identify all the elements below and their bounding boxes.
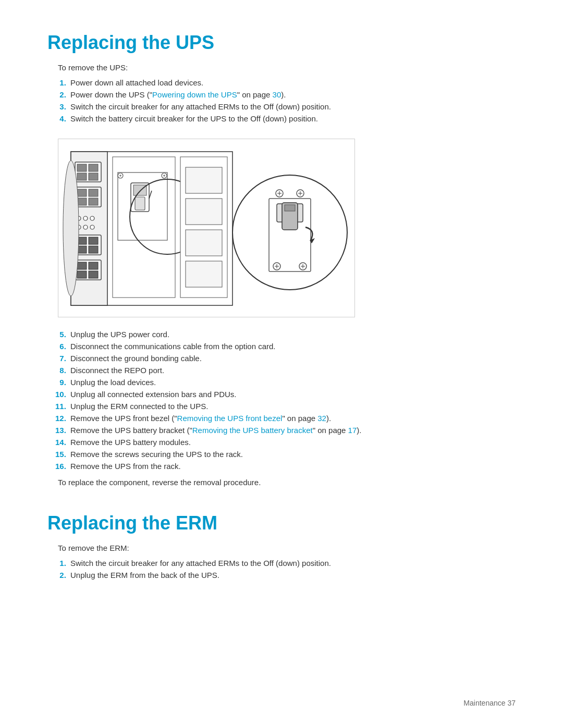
step-13: Remove the UPS battery bracket ("Removin… xyxy=(68,426,516,435)
ups-diagram-container xyxy=(58,139,355,317)
step-5: Unplug the UPS power cord. xyxy=(68,330,516,339)
svg-point-15 xyxy=(90,216,94,220)
link-page-32[interactable]: 32 xyxy=(317,414,326,423)
svg-rect-9 xyxy=(77,189,87,196)
step-15: Remove the screws securing the UPS to th… xyxy=(68,450,516,459)
step-3: Switch the circuit breaker for any attac… xyxy=(68,102,516,111)
link-page-17[interactable]: 17 xyxy=(348,426,357,435)
step-11: Unplug the ERM connected to the UPS. xyxy=(68,402,516,411)
step-1: Power down all attached load devices. xyxy=(68,78,516,87)
svg-rect-57 xyxy=(285,205,295,211)
svg-rect-5 xyxy=(89,164,98,171)
link-page-30[interactable]: 30 xyxy=(273,90,282,99)
page-footer: Maintenance 37 xyxy=(463,699,516,707)
step-8: Disconnect the REPO port. xyxy=(68,366,516,375)
step-12: Remove the UPS front bezel ("Removing th… xyxy=(68,414,516,423)
step-14: Remove the UPS battery modules. xyxy=(68,438,516,447)
erm-step-2: Unplug the ERM from the back of the UPS. xyxy=(68,571,516,579)
svg-rect-26 xyxy=(89,262,98,269)
svg-point-18 xyxy=(90,225,94,229)
svg-rect-10 xyxy=(89,189,98,196)
svg-rect-43 xyxy=(186,167,222,193)
link-powering-down[interactable]: Powering down the UPS xyxy=(152,90,237,99)
svg-rect-27 xyxy=(77,271,87,278)
svg-rect-7 xyxy=(89,173,98,180)
step-4: Switch the battery circuit breaker for t… xyxy=(68,114,516,123)
svg-rect-4 xyxy=(77,164,87,171)
section2-title: Replacing the ERM xyxy=(47,512,516,534)
step-6: Disconnect the communications cable from… xyxy=(68,342,516,351)
ups-diagram xyxy=(60,141,352,313)
step-2: Power down the UPS ("Powering down the U… xyxy=(68,90,516,99)
svg-rect-23 xyxy=(89,246,98,253)
step-10: Unplug all connected extension bars and … xyxy=(68,390,516,399)
erm-step-1: Switch the circuit breaker for any attac… xyxy=(68,559,516,567)
svg-rect-11 xyxy=(77,198,87,205)
svg-point-17 xyxy=(83,225,88,229)
svg-rect-44 xyxy=(186,199,222,225)
svg-rect-21 xyxy=(89,237,98,244)
footer-text: Maintenance 37 xyxy=(463,699,516,707)
svg-point-14 xyxy=(83,216,88,220)
step-16: Remove the UPS from the rack. xyxy=(68,462,516,471)
svg-rect-6 xyxy=(77,173,87,180)
section1-intro: To remove the UPS: xyxy=(58,63,516,72)
svg-rect-12 xyxy=(89,198,98,205)
svg-rect-25 xyxy=(77,262,87,269)
svg-rect-45 xyxy=(186,230,222,256)
section2-intro: To remove the ERM: xyxy=(58,544,516,552)
link-removing-battery-bracket[interactable]: Removing the UPS battery bracket xyxy=(192,426,313,435)
section1-title: Replacing the UPS xyxy=(47,31,516,54)
svg-rect-28 xyxy=(89,271,98,278)
step-9: Unplug the load devices. xyxy=(68,378,516,387)
svg-point-65 xyxy=(63,161,79,296)
step-7: Disconnect the ground bonding cable. xyxy=(68,354,516,363)
section1-outro: To replace the component, reverse the re… xyxy=(58,478,516,487)
svg-rect-46 xyxy=(186,261,222,287)
link-removing-front-bezel[interactable]: Removing the UPS front bezel xyxy=(177,414,283,423)
